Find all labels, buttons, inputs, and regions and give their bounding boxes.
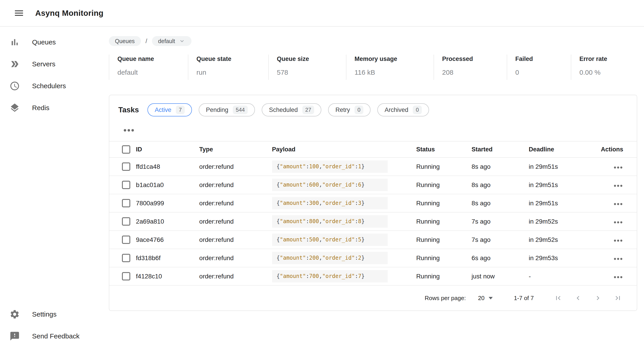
row-checkbox[interactable] <box>122 162 130 171</box>
breadcrumb-queue-selector[interactable]: default <box>152 36 192 46</box>
rows-per-page-select[interactable]: 20 <box>478 295 493 302</box>
stat-label: Queue state <box>196 55 266 62</box>
task-started: just now <box>472 267 528 285</box>
task-started: 7s ago <box>472 231 528 249</box>
tab-scheduled[interactable]: Scheduled 27 <box>262 103 321 116</box>
previous-page-icon[interactable] <box>568 291 588 305</box>
task-id: ffd1ca48 <box>136 157 199 176</box>
rows-per-page-label: Rows per page: <box>425 295 466 302</box>
stat-label: Queue size <box>277 55 344 62</box>
row-checkbox[interactable] <box>122 199 130 207</box>
sidebar-item-servers[interactable]: Servers <box>0 53 109 75</box>
sidebar-item-send-feedback[interactable]: Send Feedback <box>0 325 109 347</box>
table-row: fd318b6f order:refund {"amount":200,"ord… <box>109 249 637 267</box>
breadcrumb-separator: / <box>146 38 148 45</box>
task-deadline: in 29m52s <box>529 212 600 231</box>
task-started: 6s ago <box>472 249 528 267</box>
sidebar-item-label: Servers <box>32 60 55 68</box>
layers-icon <box>10 103 20 113</box>
row-checkbox[interactable] <box>122 254 130 262</box>
tasks-table: ID Type Payload Status Started Deadline … <box>109 141 637 286</box>
task-started: 8s ago <box>472 176 528 194</box>
stat-memory-usage: Memory usage 116 kB <box>346 55 434 80</box>
stat-label: Memory usage <box>354 55 431 62</box>
tab-label: Pending <box>206 106 228 113</box>
table-pagination: Rows per page: 20 1-7 of 7 <box>109 286 637 311</box>
breadcrumb-queues[interactable]: Queues <box>109 36 141 46</box>
task-id: 7800a999 <box>136 194 199 212</box>
first-page-icon[interactable] <box>548 291 568 305</box>
tab-active[interactable]: Active 7 <box>148 103 192 116</box>
stat-error-rate: Error rate 0.00 % <box>571 55 637 80</box>
row-checkbox[interactable] <box>122 272 130 281</box>
feedback-icon <box>10 331 20 341</box>
last-page-icon[interactable] <box>608 291 628 305</box>
tab-count-badge: 0 <box>413 106 422 114</box>
task-payload: {"amount":100,"order_id":1} <box>272 160 388 173</box>
stat-value: 208 <box>442 69 504 76</box>
task-payload: {"amount":800,"order_id":8} <box>272 215 388 228</box>
task-deadline: in 29m51s <box>529 157 600 176</box>
row-actions-menu-icon[interactable] <box>613 201 623 207</box>
stat-label: Processed <box>442 55 504 62</box>
tab-retry[interactable]: Retry 0 <box>328 103 370 116</box>
task-started: 7s ago <box>472 212 528 231</box>
next-page-icon[interactable] <box>588 291 608 305</box>
stat-label: Queue name <box>118 55 186 62</box>
task-status: Running <box>416 194 472 212</box>
task-id: b1ac01a0 <box>136 176 199 194</box>
stat-value: 0.00 % <box>580 69 635 76</box>
sidebar-item-settings[interactable]: Settings <box>0 303 109 325</box>
rows-per-page-value: 20 <box>478 295 484 302</box>
clock-icon <box>10 81 20 91</box>
tab-count-badge: 27 <box>302 106 314 114</box>
table-row: b1ac01a0 order:refund {"amount":600,"ord… <box>109 176 637 194</box>
sidebar-item-queues[interactable]: Queues <box>0 31 109 53</box>
queue-stats: Queue name default Queue state run Queue… <box>109 55 637 80</box>
row-checkbox[interactable] <box>122 181 130 189</box>
bar-chart-icon <box>10 37 20 47</box>
sidebar-spacer <box>0 119 109 303</box>
sidebar-item-label: Schedulers <box>32 82 66 90</box>
select-all-checkbox[interactable] <box>122 145 130 154</box>
bulk-actions-menu-icon[interactable] <box>122 127 135 134</box>
table-row: f4128c10 order:refund {"amount":700,"ord… <box>109 267 637 285</box>
stat-value: default <box>118 69 186 76</box>
stat-value: run <box>196 69 266 76</box>
hamburger-menu-icon[interactable] <box>13 7 25 19</box>
table-row: 7800a999 order:refund {"amount":300,"ord… <box>109 194 637 212</box>
page-range-label: 1-7 of 7 <box>514 295 534 302</box>
row-actions-menu-icon[interactable] <box>613 274 623 280</box>
chevron-down-icon <box>178 38 186 44</box>
tab-label: Retry <box>335 106 350 113</box>
tab-count-badge: 0 <box>354 106 363 114</box>
task-type: order:refund <box>199 194 272 212</box>
sidebar-item-schedulers[interactable]: Schedulers <box>0 75 109 97</box>
sidebar-item-redis[interactable]: Redis <box>0 97 109 119</box>
task-deadline: - <box>529 267 600 285</box>
row-actions-menu-icon[interactable] <box>613 256 623 262</box>
task-deadline: in 29m53s <box>529 249 600 267</box>
tab-archived[interactable]: Archived 0 <box>377 103 429 116</box>
sidebar-item-label: Send Feedback <box>32 332 80 340</box>
task-table-body: ffd1ca48 order:refund {"amount":100,"ord… <box>109 157 637 285</box>
tab-label: Archived <box>384 106 408 113</box>
column-header-payload: Payload <box>272 141 416 157</box>
task-payload: {"amount":600,"order_id":6} <box>272 179 388 191</box>
breadcrumb: Queues / default <box>109 36 637 46</box>
row-actions-menu-icon[interactable] <box>613 220 623 225</box>
row-checkbox[interactable] <box>122 217 130 226</box>
sidebar-item-label: Redis <box>32 104 50 112</box>
stat-processed: Processed 208 <box>434 55 507 80</box>
sidebar-item-label: Settings <box>32 311 56 318</box>
row-actions-menu-icon[interactable] <box>613 183 623 189</box>
row-checkbox[interactable] <box>122 236 130 244</box>
row-actions-menu-icon[interactable] <box>613 238 623 243</box>
task-started: 8s ago <box>472 194 528 212</box>
tab-pending[interactable]: Pending 544 <box>199 103 255 116</box>
main-content: Queues / default Queue name default Queu… <box>109 27 644 347</box>
task-status: Running <box>416 176 472 194</box>
tasks-card: Tasks Active 7 Pending 544 Scheduled 27 <box>109 95 637 311</box>
row-actions-menu-icon[interactable] <box>613 165 623 170</box>
task-status: Running <box>416 267 472 285</box>
